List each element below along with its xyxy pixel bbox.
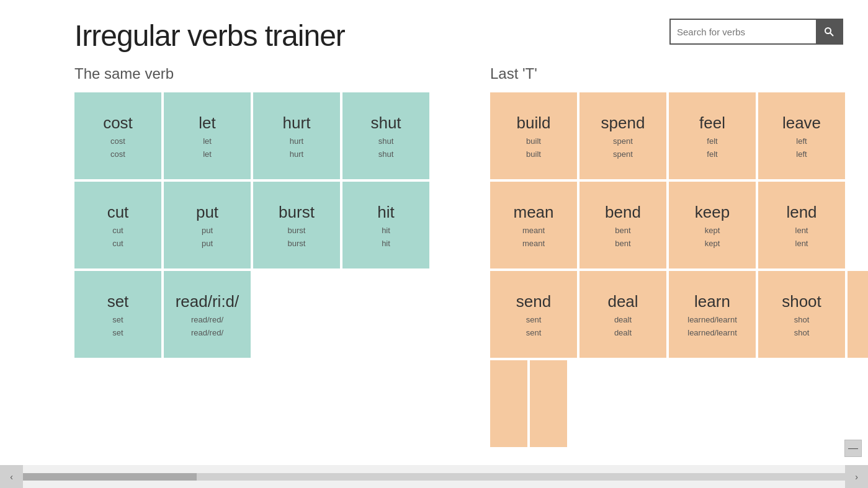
verb-card[interactable]: mean meant meant: [490, 182, 577, 268]
verb-past2: dealt: [614, 328, 632, 337]
verb-base: let: [199, 113, 215, 133]
verb-base: build: [517, 113, 551, 133]
verb-past1: meant: [522, 226, 545, 235]
verb-card[interactable]: spend spent spent: [579, 92, 666, 179]
verb-past2: built: [526, 149, 541, 159]
verb-base: bend: [605, 203, 641, 222]
header: Irregular verbs trainer: [74, 19, 843, 53]
verb-card[interactable]: learn learned/learnt learned/learnt: [669, 271, 756, 358]
svg-point-0: [825, 28, 831, 33]
verb-card-partial: [530, 360, 567, 447]
scrollbar: ‹ ›: [0, 465, 868, 488]
svg-line-1: [830, 33, 833, 36]
verb-past1: bent: [615, 226, 630, 235]
app-title: Irregular verbs trainer: [74, 19, 345, 53]
verb-card[interactable]: hit hit hit: [342, 182, 429, 268]
verb-card[interactable]: cost cost cost: [74, 92, 161, 179]
verb-past2: cost: [110, 149, 125, 159]
verb-card[interactable]: shoot shot shot: [758, 271, 845, 358]
verb-card[interactable]: send sent sent: [490, 271, 577, 358]
verb-past1: shut: [378, 136, 394, 146]
verb-card[interactable]: put put put: [164, 182, 251, 268]
verb-base: set: [107, 292, 129, 311]
verb-past1: cost: [110, 136, 125, 146]
verb-card[interactable]: burst burst burst: [253, 182, 340, 268]
verb-past2: cut: [112, 239, 123, 248]
verb-card[interactable]: build built built: [490, 92, 577, 179]
verb-base: lend: [786, 203, 817, 222]
verb-past2: kept: [705, 239, 720, 248]
section-last-t: Last 'T' build built built spend spent s…: [490, 65, 868, 447]
verb-past2: sent: [526, 328, 542, 337]
last-t-grid: build built built spend spent spent feel…: [490, 92, 868, 447]
verb-card-partial: [848, 271, 868, 358]
same-verb-grid: cost cost cost let let let hurt hurt hur…: [74, 92, 465, 358]
search-box: [669, 19, 843, 45]
verb-card-partial: [490, 360, 527, 447]
verb-base: burst: [279, 203, 315, 222]
verb-past2: left: [796, 149, 807, 159]
verb-past2: hit: [382, 239, 390, 248]
verb-card[interactable]: shut shut shut: [342, 92, 429, 179]
verb-base: learn: [694, 292, 730, 311]
verb-past2: felt: [707, 149, 717, 159]
verb-base: cost: [103, 113, 133, 133]
scroll-left-button[interactable]: ‹: [0, 465, 23, 488]
verb-card[interactable]: let let let: [164, 92, 251, 179]
verb-base: read/ri:d/: [176, 292, 239, 311]
verb-base: shoot: [782, 292, 821, 311]
verb-past2: set: [112, 328, 123, 337]
verb-past2: bent: [615, 239, 630, 248]
verb-past1: learned/learnt: [687, 315, 737, 324]
verb-base: cut: [107, 203, 129, 222]
verb-card[interactable]: bend bent bent: [579, 182, 666, 268]
verb-past2: hurt: [290, 149, 303, 159]
scroll-track[interactable]: [23, 473, 845, 481]
verb-past1: kept: [705, 226, 720, 235]
scroll-right-button[interactable]: ›: [845, 465, 868, 488]
verb-past2: read/red/: [191, 328, 223, 337]
search-icon: [824, 27, 834, 37]
scroll-left-icon: ‹: [10, 472, 13, 482]
verb-base: deal: [607, 292, 638, 311]
verb-past2: lent: [795, 239, 808, 248]
section-last-t-title: Last 'T': [490, 65, 868, 82]
verb-base: send: [516, 292, 551, 311]
zoom-minus-button[interactable]: —: [844, 440, 862, 457]
verb-past1: set: [112, 315, 123, 324]
verb-past1: dealt: [614, 315, 632, 324]
verb-past1: cut: [112, 226, 123, 235]
verb-base: keep: [695, 203, 730, 222]
verb-card[interactable]: deal dealt dealt: [579, 271, 666, 358]
verb-past2: learned/learnt: [687, 328, 737, 337]
verb-card[interactable]: keep kept kept: [669, 182, 756, 268]
verb-past2: let: [203, 149, 212, 159]
verb-card[interactable]: read/ri:d/ read/red/ read/red/: [164, 271, 251, 358]
scroll-right-icon: ›: [855, 472, 858, 482]
verb-past2: put: [202, 239, 213, 248]
verb-card[interactable]: lend lent lent: [758, 182, 845, 268]
search-input[interactable]: [671, 23, 816, 41]
verb-base: mean: [513, 203, 553, 222]
scroll-thumb: [23, 473, 197, 481]
verb-base: leave: [782, 113, 821, 133]
verb-base: hit: [377, 203, 394, 222]
verb-card[interactable]: leave left left: [758, 92, 845, 179]
verb-past2: burst: [288, 239, 306, 248]
verb-card[interactable]: feel felt felt: [669, 92, 756, 179]
verb-past1: read/red/: [191, 315, 223, 324]
verb-past1: hit: [382, 226, 390, 235]
verb-past1: let: [203, 136, 212, 146]
verb-past1: left: [796, 136, 807, 146]
verb-past2: meant: [522, 239, 545, 248]
verb-card[interactable]: set set set: [74, 271, 161, 358]
verb-past1: felt: [707, 136, 717, 146]
verb-past1: burst: [288, 226, 306, 235]
verb-card[interactable]: cut cut cut: [74, 182, 161, 268]
verb-card[interactable]: hurt hurt hurt: [253, 92, 340, 179]
verb-past1: spent: [613, 136, 633, 146]
search-button[interactable]: [816, 19, 842, 44]
verb-base: feel: [699, 113, 725, 133]
verb-base: put: [196, 203, 218, 222]
verb-base: shut: [370, 113, 401, 133]
